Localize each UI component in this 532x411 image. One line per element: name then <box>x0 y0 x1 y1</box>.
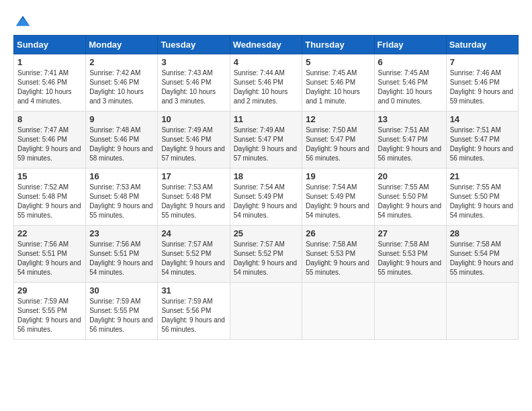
calendar-table: SundayMondayTuesdayWednesdayThursdayFrid… <box>13 35 519 340</box>
day-info: Sunrise: 7:49 AMSunset: 5:46 PMDaylight:… <box>161 126 225 162</box>
calendar-cell: 3 Sunrise: 7:43 AMSunset: 5:46 PMDayligh… <box>158 54 230 111</box>
day-number: 5 <box>306 57 370 67</box>
day-number: 15 <box>17 171 82 181</box>
calendar-cell: 2 Sunrise: 7:42 AMSunset: 5:46 PMDayligh… <box>86 54 158 111</box>
day-number: 10 <box>161 114 226 124</box>
day-info: Sunrise: 7:48 AMSunset: 5:46 PMDaylight:… <box>89 126 153 162</box>
calendar-cell <box>374 283 446 340</box>
day-number: 9 <box>89 114 154 124</box>
day-number: 2 <box>89 57 154 67</box>
calendar-cell: 18 Sunrise: 7:54 AMSunset: 5:49 PMDaylig… <box>230 169 302 226</box>
day-number: 30 <box>89 285 154 295</box>
day-number: 3 <box>161 57 226 67</box>
day-info: Sunrise: 7:59 AMSunset: 5:55 PMDaylight:… <box>89 298 153 333</box>
day-info: Sunrise: 7:51 AMSunset: 5:47 PMDaylight:… <box>450 126 514 162</box>
calendar-cell: 15 Sunrise: 7:52 AMSunset: 5:48 PMDaylig… <box>14 169 86 226</box>
calendar-cell: 6 Sunrise: 7:45 AMSunset: 5:46 PMDayligh… <box>374 54 446 111</box>
calendar-cell: 28 Sunrise: 7:58 AMSunset: 5:54 PMDaylig… <box>446 226 518 283</box>
calendar-cell: 30 Sunrise: 7:59 AMSunset: 5:55 PMDaylig… <box>86 283 158 340</box>
calendar-cell: 8 Sunrise: 7:47 AMSunset: 5:46 PMDayligh… <box>14 111 86 169</box>
day-info: Sunrise: 7:54 AMSunset: 5:49 PMDaylight:… <box>306 183 369 219</box>
calendar-cell: 25 Sunrise: 7:57 AMSunset: 5:52 PMDaylig… <box>230 226 302 283</box>
day-number: 28 <box>450 228 515 238</box>
day-info: Sunrise: 7:58 AMSunset: 5:54 PMDaylight:… <box>450 240 514 276</box>
calendar-cell: 17 Sunrise: 7:53 AMSunset: 5:48 PMDaylig… <box>158 169 230 226</box>
day-number: 22 <box>17 228 82 238</box>
day-info: Sunrise: 7:41 AMSunset: 5:46 PMDaylight:… <box>17 69 72 105</box>
day-info: Sunrise: 7:50 AMSunset: 5:47 PMDaylight:… <box>306 126 369 162</box>
day-info: Sunrise: 7:53 AMSunset: 5:48 PMDaylight:… <box>89 183 153 219</box>
page-header <box>13 13 519 28</box>
day-info: Sunrise: 7:42 AMSunset: 5:46 PMDaylight:… <box>89 69 144 105</box>
column-header-sunday: Sunday <box>14 36 86 54</box>
calendar-cell: 22 Sunrise: 7:56 AMSunset: 5:51 PMDaylig… <box>14 226 86 283</box>
calendar-cell: 20 Sunrise: 7:55 AMSunset: 5:50 PMDaylig… <box>374 169 446 226</box>
day-number: 17 <box>161 171 226 181</box>
logo <box>13 13 38 28</box>
calendar-week-4: 22 Sunrise: 7:56 AMSunset: 5:51 PMDaylig… <box>14 226 519 283</box>
day-number: 29 <box>17 285 82 295</box>
day-number: 26 <box>306 228 370 238</box>
column-header-tuesday: Tuesday <box>158 36 230 54</box>
calendar-cell: 9 Sunrise: 7:48 AMSunset: 5:46 PMDayligh… <box>86 111 158 169</box>
day-number: 27 <box>378 228 443 238</box>
calendar-cell: 19 Sunrise: 7:54 AMSunset: 5:49 PMDaylig… <box>302 169 374 226</box>
calendar-cell: 26 Sunrise: 7:58 AMSunset: 5:53 PMDaylig… <box>302 226 374 283</box>
day-info: Sunrise: 7:57 AMSunset: 5:52 PMDaylight:… <box>161 240 225 276</box>
day-number: 19 <box>306 171 370 181</box>
column-header-monday: Monday <box>86 36 158 54</box>
day-number: 12 <box>306 114 370 124</box>
day-number: 25 <box>234 228 299 238</box>
day-info: Sunrise: 7:44 AMSunset: 5:46 PMDaylight:… <box>234 69 288 105</box>
day-number: 23 <box>89 228 154 238</box>
calendar-cell: 29 Sunrise: 7:59 AMSunset: 5:55 PMDaylig… <box>14 283 86 340</box>
day-info: Sunrise: 7:45 AMSunset: 5:46 PMDaylight:… <box>306 69 360 105</box>
calendar-week-1: 1 Sunrise: 7:41 AMSunset: 5:46 PMDayligh… <box>14 54 519 111</box>
day-info: Sunrise: 7:46 AMSunset: 5:46 PMDaylight:… <box>450 69 514 105</box>
day-number: 6 <box>378 57 443 67</box>
calendar-cell: 24 Sunrise: 7:57 AMSunset: 5:52 PMDaylig… <box>158 226 230 283</box>
column-header-thursday: Thursday <box>302 36 374 54</box>
calendar-cell: 14 Sunrise: 7:51 AMSunset: 5:47 PMDaylig… <box>446 111 518 169</box>
svg-marker-1 <box>16 18 30 26</box>
day-info: Sunrise: 7:59 AMSunset: 5:55 PMDaylight:… <box>17 298 81 333</box>
day-number: 8 <box>17 114 82 124</box>
day-info: Sunrise: 7:45 AMSunset: 5:46 PMDaylight:… <box>378 69 433 105</box>
calendar-cell: 31 Sunrise: 7:59 AMSunset: 5:56 PMDaylig… <box>158 283 230 340</box>
day-info: Sunrise: 7:55 AMSunset: 5:50 PMDaylight:… <box>378 183 442 219</box>
day-number: 13 <box>378 114 443 124</box>
day-number: 1 <box>17 57 82 67</box>
day-info: Sunrise: 7:54 AMSunset: 5:49 PMDaylight:… <box>234 183 298 219</box>
day-number: 18 <box>234 171 299 181</box>
calendar-cell: 23 Sunrise: 7:56 AMSunset: 5:51 PMDaylig… <box>86 226 158 283</box>
day-info: Sunrise: 7:59 AMSunset: 5:56 PMDaylight:… <box>161 298 225 333</box>
day-info: Sunrise: 7:51 AMSunset: 5:47 PMDaylight:… <box>378 126 442 162</box>
calendar-cell: 13 Sunrise: 7:51 AMSunset: 5:47 PMDaylig… <box>374 111 446 169</box>
calendar-cell <box>302 283 374 340</box>
calendar-cell <box>230 283 302 340</box>
calendar-cell: 16 Sunrise: 7:53 AMSunset: 5:48 PMDaylig… <box>86 169 158 226</box>
day-info: Sunrise: 7:58 AMSunset: 5:53 PMDaylight:… <box>306 240 369 276</box>
calendar-week-2: 8 Sunrise: 7:47 AMSunset: 5:46 PMDayligh… <box>14 111 519 169</box>
calendar-week-3: 15 Sunrise: 7:52 AMSunset: 5:48 PMDaylig… <box>14 169 519 226</box>
column-header-friday: Friday <box>374 36 446 54</box>
day-info: Sunrise: 7:57 AMSunset: 5:52 PMDaylight:… <box>234 240 298 276</box>
day-info: Sunrise: 7:55 AMSunset: 5:50 PMDaylight:… <box>450 183 514 219</box>
column-header-saturday: Saturday <box>446 36 518 54</box>
logo-icon <box>13 13 32 28</box>
day-number: 16 <box>89 171 154 181</box>
calendar-cell: 1 Sunrise: 7:41 AMSunset: 5:46 PMDayligh… <box>14 54 86 111</box>
day-number: 24 <box>161 228 226 238</box>
calendar-cell: 4 Sunrise: 7:44 AMSunset: 5:46 PMDayligh… <box>230 54 302 111</box>
day-info: Sunrise: 7:58 AMSunset: 5:53 PMDaylight:… <box>378 240 442 276</box>
day-number: 11 <box>234 114 299 124</box>
column-header-wednesday: Wednesday <box>230 36 302 54</box>
calendar-cell: 12 Sunrise: 7:50 AMSunset: 5:47 PMDaylig… <box>302 111 374 169</box>
calendar-cell <box>446 283 518 340</box>
calendar-cell: 5 Sunrise: 7:45 AMSunset: 5:46 PMDayligh… <box>302 54 374 111</box>
calendar-cell: 27 Sunrise: 7:58 AMSunset: 5:53 PMDaylig… <box>374 226 446 283</box>
day-info: Sunrise: 7:52 AMSunset: 5:48 PMDaylight:… <box>17 183 81 219</box>
calendar-cell: 7 Sunrise: 7:46 AMSunset: 5:46 PMDayligh… <box>446 54 518 111</box>
day-number: 7 <box>450 57 515 67</box>
day-info: Sunrise: 7:56 AMSunset: 5:51 PMDaylight:… <box>17 240 81 276</box>
